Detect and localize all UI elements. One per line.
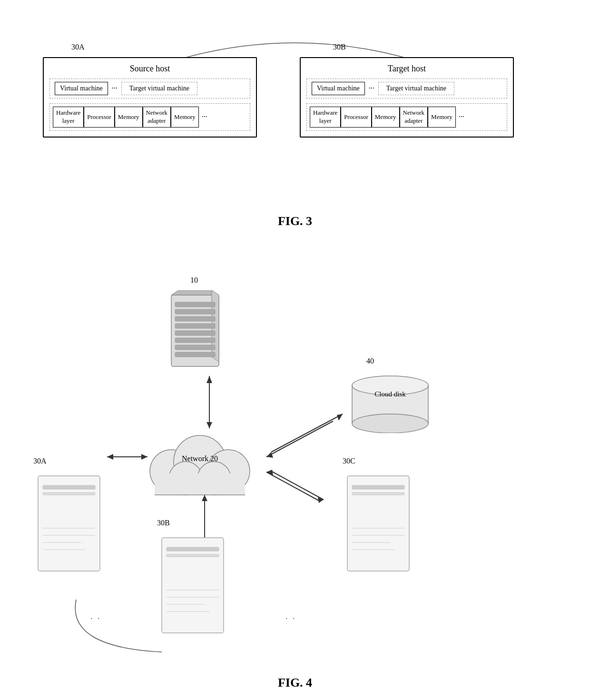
svg-line-15 xyxy=(271,471,324,500)
target-hw-label-memory2: Memory xyxy=(428,107,456,128)
server-icon xyxy=(167,290,224,371)
svg-rect-49 xyxy=(167,554,219,557)
target-host-box: Target host Virtual machine ··· Target v… xyxy=(300,57,514,138)
svg-marker-11 xyxy=(107,454,113,460)
svg-line-5 xyxy=(271,414,343,452)
cloud-disk-icon: Cloud disk xyxy=(343,371,438,428)
host30a-label-fig4: 30A xyxy=(33,457,47,465)
node10-label: 10 xyxy=(190,276,198,285)
target-hw-dots: ··· xyxy=(456,107,467,128)
fig4-caption: FIG. 4 xyxy=(278,676,312,690)
source-vm-dots: ··· xyxy=(112,84,118,93)
svg-line-17 xyxy=(266,472,319,501)
dots2: · · xyxy=(285,614,296,624)
target-host-title: Target host xyxy=(306,64,507,74)
host30a-icon xyxy=(33,471,105,590)
network-cloud-icon: Network 20 xyxy=(133,424,266,500)
target-vm-box: Virtual machine xyxy=(312,82,365,95)
target-hw-label-hardware: Hardwarelayer xyxy=(310,107,341,128)
svg-rect-54 xyxy=(347,476,409,571)
host30b-icon xyxy=(157,533,228,652)
svg-rect-25 xyxy=(175,324,215,328)
target-target-vm: Target virtual machine xyxy=(378,82,454,95)
host30c-label-fig4: 30C xyxy=(343,457,355,465)
svg-rect-40 xyxy=(38,476,100,571)
source-vm-row: Virtual machine ··· Target virtual machi… xyxy=(49,79,250,99)
cloud-disk-id-label: 40 xyxy=(366,357,374,365)
svg-rect-27 xyxy=(175,338,215,343)
host30c-icon xyxy=(343,471,414,590)
source-hw-label-processor: Processor xyxy=(84,107,115,128)
fig4-diagram: 10 40 xyxy=(19,252,571,690)
source-hw-label-memory1: Memory xyxy=(115,107,143,128)
svg-rect-38 xyxy=(155,473,245,495)
svg-marker-6 xyxy=(337,414,343,421)
target-vm-dots: ··· xyxy=(369,84,374,93)
dots1: · · xyxy=(90,614,101,624)
svg-point-32 xyxy=(352,414,428,433)
source-hw-label-memory2: Memory xyxy=(171,107,199,128)
source-hw-label-hardware: Hardwarelayer xyxy=(53,107,84,128)
target-vm-row: Virtual machine ··· Target virtual machi… xyxy=(306,79,507,99)
svg-rect-29 xyxy=(175,352,215,357)
source-host-id-label: 30A xyxy=(71,43,85,51)
cloud-disk-label: Cloud disk xyxy=(374,390,405,398)
source-host-box: Source host Virtual machine ··· Target v… xyxy=(43,57,257,138)
fig3-diagram: 30A Source host Virtual machine ··· Targ… xyxy=(19,29,571,228)
source-hw-dots: ··· xyxy=(199,107,210,128)
target-host-id-label: 30B xyxy=(333,43,346,51)
svg-rect-41 xyxy=(43,485,95,489)
svg-rect-48 xyxy=(167,547,219,551)
svg-rect-56 xyxy=(352,493,404,495)
target-hw-label-network: Networkadapter xyxy=(400,107,428,128)
svg-rect-42 xyxy=(43,493,95,495)
svg-rect-47 xyxy=(162,538,224,633)
fig3-caption: FIG. 3 xyxy=(278,214,312,228)
network-label: Network 20 xyxy=(182,454,218,463)
svg-rect-55 xyxy=(352,485,404,489)
svg-line-7 xyxy=(266,421,333,457)
target-hw-label-memory1: Memory xyxy=(372,107,400,128)
svg-marker-18 xyxy=(266,470,273,475)
svg-marker-3 xyxy=(206,376,212,383)
target-hw-label-processor: Processor xyxy=(341,107,372,128)
source-host-container: Source host Virtual machine ··· Target v… xyxy=(43,57,257,138)
source-hw-label-network: Networkadapter xyxy=(143,107,171,128)
svg-rect-24 xyxy=(175,316,215,321)
host30b-label-fig4: 30B xyxy=(157,519,170,527)
source-host-title: Source host xyxy=(49,64,250,74)
svg-rect-28 xyxy=(175,345,215,350)
source-hw-row: Hardwarelayer Processor Memory Networkad… xyxy=(49,103,250,131)
source-vm-box: Virtual machine xyxy=(55,82,108,95)
target-hw-row: Hardwarelayer Processor Memory Networkad… xyxy=(306,103,507,131)
svg-marker-8 xyxy=(266,452,273,458)
svg-marker-16 xyxy=(318,497,324,503)
source-target-vm: Target virtual machine xyxy=(121,82,197,95)
svg-rect-23 xyxy=(175,309,215,314)
svg-rect-22 xyxy=(175,302,215,307)
svg-rect-26 xyxy=(175,331,215,335)
target-host-container: Target host Virtual machine ··· Target v… xyxy=(300,57,514,138)
